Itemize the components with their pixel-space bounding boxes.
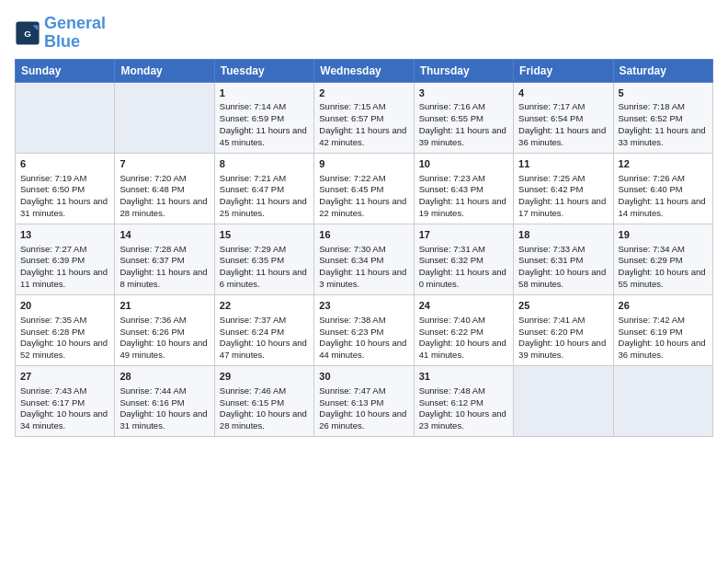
weekday-header: Saturday (613, 59, 712, 82)
day-number: 1 (220, 86, 309, 100)
calendar-cell: 29Sunrise: 7:46 AM Sunset: 6:15 PM Dayli… (214, 365, 313, 436)
day-number: 13 (20, 228, 109, 242)
day-info: Sunrise: 7:47 AM Sunset: 6:13 PM Dayligh… (319, 385, 406, 431)
day-number: 20 (20, 299, 109, 313)
calendar-cell: 22Sunrise: 7:37 AM Sunset: 6:24 PM Dayli… (214, 294, 313, 365)
day-number: 30 (319, 370, 408, 384)
day-number: 23 (319, 299, 408, 313)
day-info: Sunrise: 7:29 AM Sunset: 6:35 PM Dayligh… (220, 244, 307, 289)
svg-text:G: G (24, 29, 31, 39)
calendar-cell (613, 365, 712, 436)
calendar-cell: 19Sunrise: 7:34 AM Sunset: 6:29 PM Dayli… (613, 224, 712, 294)
calendar-cell: 7Sunrise: 7:20 AM Sunset: 6:48 PM Daylig… (115, 153, 214, 224)
calendar-cell: 24Sunrise: 7:40 AM Sunset: 6:22 PM Dayli… (414, 294, 513, 365)
calendar-header: SundayMondayTuesdayWednesdayThursdayFrid… (16, 59, 713, 82)
calendar-cell: 4Sunrise: 7:17 AM Sunset: 6:54 PM Daylig… (514, 82, 613, 153)
day-number: 18 (518, 228, 608, 242)
day-info: Sunrise: 7:40 AM Sunset: 6:22 PM Dayligh… (419, 315, 506, 360)
day-number: 26 (619, 299, 708, 313)
day-number: 16 (319, 228, 408, 242)
logo-icon: G (15, 20, 40, 46)
page-header: G GeneralBlue (15, 15, 713, 52)
calendar-cell: 17Sunrise: 7:31 AM Sunset: 6:32 PM Dayli… (414, 224, 513, 294)
calendar-cell: 31Sunrise: 7:48 AM Sunset: 6:12 PM Dayli… (414, 365, 513, 436)
calendar-cell: 30Sunrise: 7:47 AM Sunset: 6:13 PM Dayli… (314, 365, 414, 436)
day-info: Sunrise: 7:34 AM Sunset: 6:29 PM Dayligh… (619, 244, 706, 289)
day-info: Sunrise: 7:19 AM Sunset: 6:50 PM Dayligh… (20, 173, 108, 218)
calendar-cell: 13Sunrise: 7:27 AM Sunset: 6:39 PM Dayli… (16, 224, 115, 294)
logo: G GeneralBlue (15, 15, 106, 52)
calendar-table: SundayMondayTuesdayWednesdayThursdayFrid… (15, 59, 713, 437)
calendar-cell: 8Sunrise: 7:21 AM Sunset: 6:47 PM Daylig… (214, 153, 313, 224)
calendar-cell: 6Sunrise: 7:19 AM Sunset: 6:50 PM Daylig… (16, 153, 115, 224)
day-info: Sunrise: 7:41 AM Sunset: 6:20 PM Dayligh… (518, 315, 606, 360)
day-info: Sunrise: 7:28 AM Sunset: 6:37 PM Dayligh… (119, 244, 207, 289)
calendar-cell: 16Sunrise: 7:30 AM Sunset: 6:34 PM Dayli… (314, 224, 414, 294)
logo-text: GeneralBlue (44, 15, 106, 52)
day-number: 4 (518, 86, 608, 100)
day-number: 28 (119, 370, 209, 384)
calendar-cell: 3Sunrise: 7:16 AM Sunset: 6:55 PM Daylig… (414, 82, 513, 153)
calendar-cell: 25Sunrise: 7:41 AM Sunset: 6:20 PM Dayli… (514, 294, 613, 365)
day-info: Sunrise: 7:15 AM Sunset: 6:57 PM Dayligh… (319, 101, 406, 146)
calendar-cell: 2Sunrise: 7:15 AM Sunset: 6:57 PM Daylig… (314, 82, 414, 153)
day-info: Sunrise: 7:14 AM Sunset: 6:59 PM Dayligh… (220, 101, 307, 146)
weekday-header: Thursday (414, 59, 513, 82)
day-number: 9 (319, 157, 408, 171)
day-number: 8 (220, 157, 309, 171)
day-info: Sunrise: 7:35 AM Sunset: 6:28 PM Dayligh… (20, 315, 108, 360)
day-info: Sunrise: 7:26 AM Sunset: 6:40 PM Dayligh… (619, 173, 706, 218)
calendar-cell: 10Sunrise: 7:23 AM Sunset: 6:43 PM Dayli… (414, 153, 513, 224)
calendar-cell: 26Sunrise: 7:42 AM Sunset: 6:19 PM Dayli… (613, 294, 712, 365)
day-info: Sunrise: 7:18 AM Sunset: 6:52 PM Dayligh… (619, 101, 706, 146)
day-info: Sunrise: 7:44 AM Sunset: 6:16 PM Dayligh… (119, 385, 207, 431)
day-info: Sunrise: 7:23 AM Sunset: 6:43 PM Dayligh… (419, 173, 506, 218)
calendar-cell (514, 365, 613, 436)
calendar-cell (16, 82, 115, 153)
day-info: Sunrise: 7:22 AM Sunset: 6:45 PM Dayligh… (319, 173, 406, 218)
day-info: Sunrise: 7:43 AM Sunset: 6:17 PM Dayligh… (20, 385, 108, 431)
weekday-header: Wednesday (314, 59, 414, 82)
calendar-cell: 1Sunrise: 7:14 AM Sunset: 6:59 PM Daylig… (214, 82, 313, 153)
day-number: 12 (619, 157, 708, 171)
weekday-header: Tuesday (214, 59, 313, 82)
day-number: 6 (20, 157, 109, 171)
day-number: 27 (20, 370, 109, 384)
day-info: Sunrise: 7:20 AM Sunset: 6:48 PM Dayligh… (119, 173, 207, 218)
day-number: 7 (119, 157, 209, 171)
calendar-cell: 23Sunrise: 7:38 AM Sunset: 6:23 PM Dayli… (314, 294, 414, 365)
day-info: Sunrise: 7:21 AM Sunset: 6:47 PM Dayligh… (220, 173, 307, 218)
day-number: 17 (419, 228, 508, 242)
day-info: Sunrise: 7:37 AM Sunset: 6:24 PM Dayligh… (220, 315, 307, 360)
calendar-cell: 20Sunrise: 7:35 AM Sunset: 6:28 PM Dayli… (16, 294, 115, 365)
calendar-cell: 21Sunrise: 7:36 AM Sunset: 6:26 PM Dayli… (115, 294, 214, 365)
calendar-cell (115, 82, 214, 153)
day-info: Sunrise: 7:33 AM Sunset: 6:31 PM Dayligh… (518, 244, 606, 289)
day-info: Sunrise: 7:16 AM Sunset: 6:55 PM Dayligh… (419, 101, 506, 146)
day-info: Sunrise: 7:36 AM Sunset: 6:26 PM Dayligh… (119, 315, 207, 360)
day-number: 2 (319, 86, 408, 100)
day-info: Sunrise: 7:42 AM Sunset: 6:19 PM Dayligh… (619, 315, 706, 360)
weekday-header: Monday (115, 59, 214, 82)
day-number: 29 (220, 370, 309, 384)
calendar-cell: 15Sunrise: 7:29 AM Sunset: 6:35 PM Dayli… (214, 224, 313, 294)
calendar-cell: 18Sunrise: 7:33 AM Sunset: 6:31 PM Dayli… (514, 224, 613, 294)
day-number: 14 (119, 228, 209, 242)
calendar-cell: 14Sunrise: 7:28 AM Sunset: 6:37 PM Dayli… (115, 224, 214, 294)
calendar-cell: 12Sunrise: 7:26 AM Sunset: 6:40 PM Dayli… (613, 153, 712, 224)
calendar-cell: 11Sunrise: 7:25 AM Sunset: 6:42 PM Dayli… (514, 153, 613, 224)
day-info: Sunrise: 7:25 AM Sunset: 6:42 PM Dayligh… (518, 173, 606, 218)
calendar-cell: 5Sunrise: 7:18 AM Sunset: 6:52 PM Daylig… (613, 82, 712, 153)
day-number: 5 (619, 86, 708, 100)
day-number: 19 (619, 228, 708, 242)
day-number: 31 (419, 370, 508, 384)
weekday-header: Friday (514, 59, 613, 82)
day-number: 3 (419, 86, 508, 100)
day-info: Sunrise: 7:27 AM Sunset: 6:39 PM Dayligh… (20, 244, 108, 289)
calendar-cell: 9Sunrise: 7:22 AM Sunset: 6:45 PM Daylig… (314, 153, 414, 224)
day-info: Sunrise: 7:17 AM Sunset: 6:54 PM Dayligh… (518, 101, 606, 146)
day-number: 21 (119, 299, 209, 313)
calendar-cell: 27Sunrise: 7:43 AM Sunset: 6:17 PM Dayli… (16, 365, 115, 436)
calendar-cell: 28Sunrise: 7:44 AM Sunset: 6:16 PM Dayli… (115, 365, 214, 436)
day-number: 22 (220, 299, 309, 313)
